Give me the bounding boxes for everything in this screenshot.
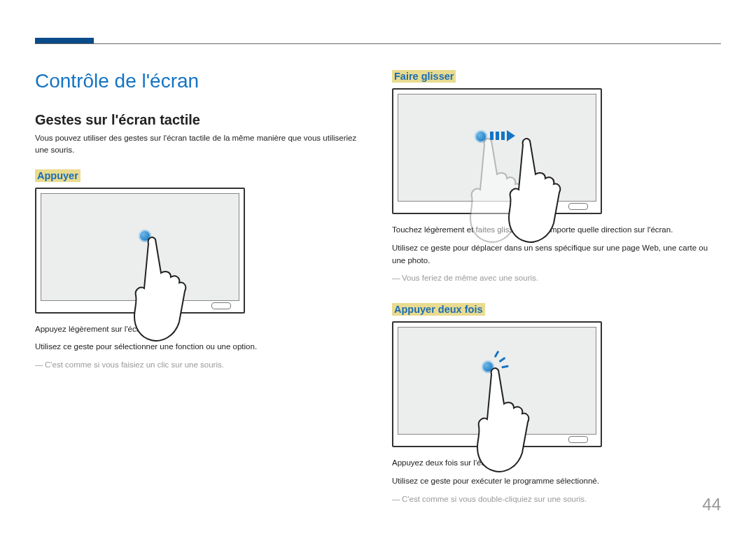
hand-icon <box>462 362 546 495</box>
illustration-drag <box>392 88 602 214</box>
page-number: 44 <box>702 495 721 514</box>
page-title: Contrôle de l'écran <box>35 70 364 92</box>
section-subtitle: Gestes sur l'écran tactile <box>35 112 364 128</box>
left-column: Contrôle de l'écran Gestes sur l'écran t… <box>35 70 364 524</box>
illustration-tap <box>35 188 245 314</box>
double-tap-text-2: Utilisez ce geste pour exécuter le progr… <box>392 475 721 488</box>
manual-page: Contrôle de l'écran Gestes sur l'écran t… <box>0 0 756 534</box>
gesture-heading-tap: Appuyer <box>35 169 80 182</box>
gesture-block-tap: Appuyer Appuyez légèrement sur l'écran. … <box>35 169 364 372</box>
gesture-heading-double-tap: Appuyer deux fois <box>392 303 485 316</box>
header-accent-bar <box>35 38 94 43</box>
screen-home-button <box>568 436 588 443</box>
right-column: Faire glisser <box>392 70 721 524</box>
screen-home-button <box>211 302 231 309</box>
header-rule <box>35 43 721 44</box>
gesture-block-drag: Faire glisser <box>392 70 721 285</box>
double-tap-note: C'est comme si vous double-cliquiez sur … <box>392 493 721 506</box>
hand-icon <box>493 132 578 265</box>
gesture-heading-drag: Faire glisser <box>392 70 456 83</box>
double-tap-text-1: Appuyez deux fois sur l'écran. <box>392 457 721 470</box>
drag-note: Vous feriez de même avec une souris. <box>392 272 721 285</box>
illustration-double-tap <box>392 321 602 447</box>
tap-note: C'est comme si vous faisiez un clic sur … <box>35 359 364 372</box>
content-columns: Contrôle de l'écran Gestes sur l'écran t… <box>35 70 721 524</box>
hand-icon <box>119 231 203 364</box>
gesture-block-double-tap: Appuyer deux fois Appuyez deux fois sur … <box>392 303 721 505</box>
intro-text: Vous pouvez utiliser des gestes sur l'éc… <box>35 132 364 157</box>
